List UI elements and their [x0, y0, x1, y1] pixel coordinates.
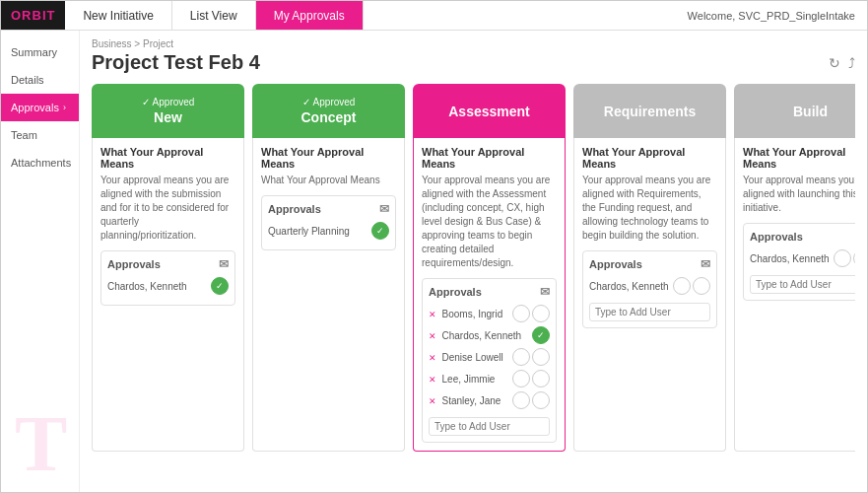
- kanban-board: ✓ ApprovedNewWhat Your Approval MeansYou…: [92, 84, 855, 452]
- remove-approver-icon[interactable]: ✕: [429, 310, 439, 319]
- approvals-header: Approvals✉: [268, 202, 389, 216]
- approvals-header: Approvals✉: [429, 285, 550, 299]
- remove-approver-icon[interactable]: ✕: [429, 396, 439, 406]
- approver-status-empty: [512, 348, 530, 366]
- page-actions: ↻ ⤴: [829, 55, 855, 71]
- approvals-section: Approvals✉Chardos, Kenneth: [582, 250, 717, 328]
- sidebar: Summary Details Approvals › Team Attachm…: [1, 31, 80, 493]
- sidebar-item-attachments[interactable]: Attachments: [1, 149, 79, 176]
- approver-row: ✕ Stanley, Jane: [429, 391, 550, 409]
- stage-body-new: What Your Approval MeansYour approval me…: [92, 138, 244, 452]
- check-icon: ✓: [142, 97, 150, 107]
- approvals-title: Approvals: [589, 258, 642, 270]
- approver-name: ✕ Booms, Ingrid: [429, 309, 512, 319]
- sidebar-item-label: Approvals: [11, 102, 59, 113]
- stage-label: Build: [793, 104, 828, 119]
- header: ORBIT New Initiative List View My Approv…: [1, 1, 867, 31]
- logo: ORBIT: [1, 1, 65, 30]
- kanban-col-concept: ✓ ApprovedConceptWhat Your Approval Mean…: [252, 84, 405, 452]
- sidebar-item-approvals[interactable]: Approvals ›: [1, 94, 79, 121]
- mail-icon[interactable]: ✉: [701, 257, 710, 271]
- remove-approver-icon[interactable]: ✕: [429, 375, 439, 385]
- sidebar-item-label: Team: [11, 129, 37, 141]
- stage-header-concept: ✓ ApprovedConcept: [252, 84, 405, 138]
- approver-row: ✕ Booms, Ingrid: [429, 305, 550, 322]
- approvals-title: Approvals: [107, 258, 161, 270]
- approvals-section: Approvals✉Quarterly Planning✓: [261, 195, 396, 250]
- approval-means-title: What Your Approval Means: [261, 146, 396, 170]
- approver-status-empty: [532, 305, 550, 322]
- approver-name: ✕ Chardos, Kenneth: [429, 330, 532, 341]
- mail-icon[interactable]: ✉: [379, 202, 389, 216]
- stage-body-build: What Your Approval MeansYour approval me…: [734, 138, 855, 452]
- stage-body-concept: What Your Approval MeansWhat Your Approv…: [252, 138, 405, 452]
- approver-name: Chardos, Kenneth: [107, 281, 211, 292]
- nav-tab-my-approvals[interactable]: My Approvals: [256, 1, 364, 30]
- sidebar-item-summary[interactable]: Summary: [1, 38, 79, 66]
- approval-means-title: What Your Approval Means: [582, 146, 717, 170]
- approval-means-text: Your approval means you are aligned with…: [743, 174, 855, 215]
- approvals-header: Approvals✉: [750, 230, 855, 244]
- main-layout: Summary Details Approvals › Team Attachm…: [1, 31, 867, 493]
- chevron-right-icon: ›: [63, 103, 66, 112]
- check-icon: ✓: [302, 97, 310, 107]
- stage-label: New: [154, 109, 182, 125]
- nav-tab-new-initiative[interactable]: New Initiative: [65, 1, 171, 30]
- stage-header-assessment: Assessment: [413, 84, 566, 138]
- page-title: Project Test Feb 4: [92, 51, 260, 74]
- sidebar-item-label: Details: [11, 74, 44, 86]
- stage-body-assessment: What Your Approval MeansYour approval me…: [413, 138, 566, 452]
- approvals-title: Approvals: [268, 203, 321, 215]
- approver-status-circles: [512, 348, 550, 366]
- header-welcome: Welcome, SVC_PRD_SingleIntake: [688, 10, 867, 22]
- approver-name: Quarterly Planning: [268, 226, 371, 237]
- approvals-header: Approvals✉: [107, 257, 229, 271]
- approver-status-empty: [834, 249, 851, 267]
- approver-row: Chardos, Kenneth: [750, 249, 855, 267]
- approval-means-title: What Your Approval Means: [100, 146, 235, 170]
- approver-status-circles: [512, 370, 550, 387]
- approver-status-approved: ✓: [532, 326, 550, 344]
- kanban-col-build: BuildWhat Your Approval MeansYour approv…: [734, 84, 855, 452]
- stage-header-new: ✓ ApprovedNew: [92, 84, 244, 138]
- approver-row: Chardos, Kenneth✓: [107, 277, 229, 295]
- add-user-input[interactable]: [429, 417, 550, 436]
- stage-label: Assessment: [448, 104, 530, 119]
- sidebar-item-label: Attachments: [11, 157, 71, 169]
- approver-status-circles: [512, 305, 550, 322]
- remove-approver-icon[interactable]: ✕: [429, 331, 439, 341]
- remove-approver-icon[interactable]: ✕: [429, 353, 439, 363]
- stage-status-label: ✓ Approved: [302, 97, 356, 107]
- approver-status-empty: [512, 305, 530, 322]
- approvals-section: Approvals✉Chardos, Kenneth✓: [100, 250, 235, 306]
- add-user-input[interactable]: [589, 303, 710, 321]
- stage-label: Requirements: [604, 104, 696, 119]
- approver-name: ✕ Stanley, Jane: [429, 395, 512, 406]
- logo-text: ORBIT: [11, 8, 55, 23]
- approver-status-circles: [512, 391, 550, 409]
- approval-means-text: Your approval means you are aligned with…: [582, 174, 717, 243]
- sidebar-item-details[interactable]: Details: [1, 66, 79, 94]
- approvals-section: Approvals✉Chardos, Kenneth: [743, 223, 855, 301]
- approver-status-empty: [512, 391, 530, 409]
- approver-status-empty: [532, 348, 550, 366]
- share-button[interactable]: ⤴: [848, 55, 855, 71]
- approver-status-approved: ✓: [211, 277, 229, 295]
- kanban-col-new: ✓ ApprovedNewWhat Your Approval MeansYou…: [92, 84, 244, 452]
- approver-name: Chardos, Kenneth: [750, 253, 834, 264]
- approval-means-text: What Your Approval Means: [261, 174, 396, 187]
- mail-icon[interactable]: ✉: [219, 257, 229, 271]
- mail-icon[interactable]: ✉: [540, 285, 550, 299]
- approval-means-text: Your approval means you are aligned with…: [100, 174, 235, 243]
- nav-tab-list-view[interactable]: List View: [172, 1, 256, 30]
- approver-status-empty: [532, 370, 550, 387]
- approver-row: Chardos, Kenneth: [589, 277, 710, 295]
- sidebar-item-team[interactable]: Team: [1, 121, 79, 149]
- stage-header-requirements: Requirements: [573, 84, 726, 138]
- refresh-button[interactable]: ↻: [829, 55, 840, 71]
- approvals-title: Approvals: [429, 286, 482, 298]
- add-user-input[interactable]: [750, 275, 855, 294]
- breadcrumb: Business > Project: [92, 38, 855, 49]
- stage-body-requirements: What Your Approval MeansYour approval me…: [573, 138, 726, 452]
- approver-row: ✕ Denise Lowell: [429, 348, 550, 366]
